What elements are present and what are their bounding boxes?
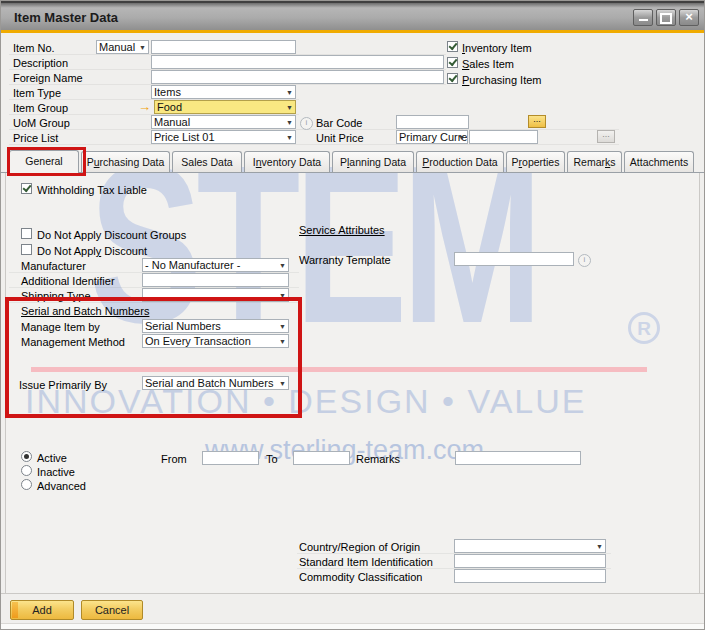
dropdown-arrow-icon: ▼ <box>596 542 603 551</box>
sales-item-checkbox[interactable] <box>447 57 458 68</box>
issue-primarily-by-dropdown[interactable]: Serial and Batch Numbers▼ <box>142 376 289 390</box>
manufacturer-label: Manufacturer <box>21 260 86 272</box>
minimize-button[interactable] <box>633 9 653 26</box>
add-button[interactable]: Add <box>10 600 74 620</box>
tab-inventory-data[interactable]: Inventory Data <box>244 151 330 172</box>
from-date-input[interactable] <box>202 451 259 465</box>
shipping-type-dropdown[interactable]: ▼ <box>142 288 289 302</box>
to-label: To <box>266 453 278 465</box>
tab-properties[interactable]: Properties <box>506 151 565 172</box>
radio-dot-icon <box>24 454 29 459</box>
tab-planning-data[interactable]: Planning Data <box>332 151 414 172</box>
checkmark-icon <box>23 183 32 192</box>
maximize-button[interactable] <box>656 9 676 26</box>
management-method-dropdown[interactable]: On Every Transaction▼ <box>142 334 289 348</box>
dropdown-arrow-icon: ▼ <box>286 118 293 127</box>
dropdown-arrow-icon: ▼ <box>279 291 286 300</box>
maximize-icon <box>660 13 672 24</box>
dropdown-arrow-icon: ▼ <box>279 322 286 331</box>
discount-groups-checkbox[interactable] <box>21 228 32 239</box>
ellipsis-icon: ... <box>533 114 541 124</box>
dropdown-arrow-icon: ▼ <box>286 103 293 112</box>
inventory-item-label: Inventory Item <box>462 42 532 54</box>
item-type-label: Item Type <box>13 87 61 99</box>
unit-price-browse-button[interactable]: ... <box>597 130 615 143</box>
dropdown-arrow-icon: ▼ <box>279 337 286 346</box>
manage-item-by-dropdown[interactable]: Serial Numbers▼ <box>142 319 289 333</box>
remarks-input[interactable] <box>455 451 581 465</box>
dropdown-arrow-icon: ▼ <box>139 43 146 52</box>
accent-line <box>1 30 705 33</box>
window-title: Item Master Data <box>14 10 118 25</box>
active-radio[interactable] <box>21 451 32 462</box>
service-attributes-section-header: Service Attributes <box>299 224 385 236</box>
checkmark-icon <box>449 57 458 66</box>
country-of-origin-label: Country/Region of Origin <box>299 541 420 553</box>
tab-remarks[interactable]: Remarks <box>567 151 622 172</box>
tab-general[interactable]: General <box>9 150 79 173</box>
info-icon: i <box>578 254 591 267</box>
remarks-label: Remarks <box>356 453 400 465</box>
inventory-item-checkbox[interactable] <box>447 41 458 52</box>
to-date-input[interactable] <box>293 451 350 465</box>
commodity-classification-label: Commodity Classification <box>299 571 422 583</box>
manufacturer-dropdown[interactable]: - No Manufacturer -▼ <box>142 258 289 272</box>
tab-bar: General Purchasing Data Sales Data Inven… <box>1 149 705 173</box>
foreign-name-input[interactable] <box>151 70 444 84</box>
unit-price-currency-dropdown[interactable]: Primary Currer▼ <box>396 130 468 144</box>
withholding-tax-checkbox[interactable] <box>21 183 32 194</box>
close-button[interactable]: × <box>679 9 699 26</box>
manage-item-by-label: Manage Item by <box>21 321 100 333</box>
info-icon: i <box>300 117 313 130</box>
bar-code-input[interactable] <box>396 115 469 129</box>
bar-code-browse-button[interactable]: ... <box>528 115 546 128</box>
minimize-icon <box>639 19 648 21</box>
country-of-origin-dropdown[interactable]: ▼ <box>454 539 606 553</box>
foreign-name-label: Foreign Name <box>13 72 83 84</box>
inactive-label: Inactive <box>37 466 75 478</box>
withholding-tax-label: Withholding Tax Liable <box>37 184 147 196</box>
discount-label: Do Not Apply Discount <box>37 245 147 257</box>
dropdown-arrow-icon: ▼ <box>286 88 293 97</box>
tab-purchasing-data[interactable]: Purchasing Data <box>81 151 170 172</box>
inactive-radio[interactable] <box>21 465 32 476</box>
link-arrow-icon[interactable]: → <box>138 99 151 114</box>
additional-identifier-label: Additional Identifier <box>21 275 115 287</box>
close-icon: × <box>685 9 693 24</box>
uom-group-dropdown[interactable]: Manual▼ <box>151 115 296 129</box>
item-group-label: Item Group <box>13 102 68 114</box>
advanced-label: Advanced <box>37 480 86 492</box>
purchasing-item-label: Purchasing Item <box>462 74 542 86</box>
price-list-dropdown[interactable]: Price List 01▼ <box>151 130 296 144</box>
item-no-input[interactable] <box>151 40 296 54</box>
bar-code-label: Bar Code <box>316 117 362 129</box>
tab-sales-data[interactable]: Sales Data <box>172 151 242 172</box>
warranty-template-input[interactable] <box>454 252 574 266</box>
checkmark-icon <box>449 73 458 82</box>
unit-price-input[interactable] <box>469 130 538 144</box>
advanced-radio[interactable] <box>21 479 32 490</box>
dropdown-arrow-icon: ▼ <box>279 261 286 270</box>
item-no-mode-dropdown[interactable]: Manual▼ <box>96 40 149 54</box>
uom-group-label: UoM Group <box>13 117 70 129</box>
item-type-dropdown[interactable]: Items▼ <box>151 85 296 99</box>
unit-price-label: Unit Price <box>316 132 364 144</box>
commodity-classification-input[interactable] <box>454 569 606 583</box>
tab-production-data[interactable]: Production Data <box>416 151 504 172</box>
shipping-type-label: Shipping Type <box>21 290 91 302</box>
title-bar: Item Master Data × <box>1 1 705 30</box>
warranty-template-label: Warranty Template <box>299 254 391 266</box>
additional-identifier-input[interactable] <box>142 273 289 287</box>
tab-attachments[interactable]: Attachments <box>624 151 694 172</box>
active-label: Active <box>37 452 67 464</box>
discount-checkbox[interactable] <box>21 244 32 255</box>
standard-item-identification-input[interactable] <box>454 554 606 568</box>
purchasing-item-checkbox[interactable] <box>447 73 458 84</box>
item-group-dropdown[interactable]: Food▼ <box>154 100 296 114</box>
dropdown-arrow-icon: ▼ <box>458 133 465 142</box>
management-method-label: Management Method <box>21 336 125 348</box>
description-label: Description <box>13 57 68 69</box>
description-input[interactable] <box>151 55 444 69</box>
standard-item-identification-label: Standard Item Identification <box>299 556 433 568</box>
cancel-button[interactable]: Cancel <box>81 600 143 620</box>
